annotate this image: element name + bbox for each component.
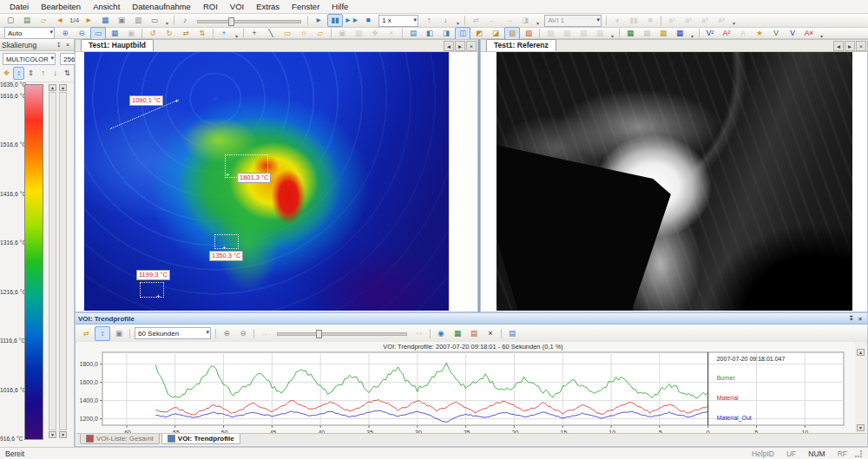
- scroll-down-icon[interactable]: ▼: [857, 424, 865, 431]
- scale-mode-combo[interactable]: Auto: [4, 27, 55, 39]
- record-stop-icon[interactable]: ■: [642, 14, 658, 27]
- step-down-icon[interactable]: ↓: [437, 14, 453, 27]
- roi-stat2-icon[interactable]: ▥: [559, 27, 575, 40]
- close-icon[interactable]: ×: [856, 314, 865, 323]
- open-folder-icon[interactable]: ▱: [36, 14, 51, 27]
- auto-range-icon[interactable]: ↕: [13, 67, 24, 80]
- range-down-icon[interactable]: ↓: [49, 67, 61, 80]
- tab-referenz[interactable]: Test1: Referenz: [486, 39, 556, 51]
- alarm-a4-icon[interactable]: aª: [713, 14, 729, 27]
- trend-tab-voi-liste[interactable]: VOI-Liste: Gesamt: [80, 434, 160, 444]
- delete-roi-icon[interactable]: ×: [384, 27, 399, 40]
- toolbar-overflow-icon[interactable]: ▾: [608, 28, 616, 39]
- autoscale-y-icon[interactable]: ↕: [95, 326, 110, 341]
- scroll-up-icon[interactable]: ▲: [857, 349, 865, 356]
- zoom-out-icon[interactable]: ⊖: [74, 27, 89, 40]
- temperature-annotation[interactable]: 1199,3 °C: [136, 270, 170, 280]
- scale-min-up-arrow-icon[interactable]: ▲: [59, 84, 67, 91]
- roi-stat4-icon[interactable]: ▥: [592, 27, 608, 40]
- next-image-icon[interactable]: ►: [81, 14, 96, 27]
- thermal-image[interactable]: +1090,1 °C+1601,3 °C+1350,3 °C+1199,3 °C: [84, 52, 449, 311]
- alarm-a1-icon[interactable]: a¹: [664, 14, 680, 27]
- rotate-right-icon[interactable]: ↻: [161, 27, 177, 40]
- prev-marker-icon[interactable]: ←: [484, 14, 500, 27]
- fast-forward-icon[interactable]: ►►: [344, 14, 359, 27]
- menu-hilfe[interactable]: Hilfe: [326, 0, 354, 13]
- voi-create-icon[interactable]: V²: [702, 27, 718, 40]
- scale-max-slider[interactable]: [49, 92, 56, 430]
- roi-stat3-icon[interactable]: ▥: [575, 27, 591, 40]
- tab-scroll-right-icon[interactable]: ►: [455, 41, 465, 51]
- tab-hauptbild[interactable]: Test1: Hauptbild: [81, 39, 154, 51]
- print-icon[interactable]: ▭: [147, 14, 162, 27]
- roi-lock-icon[interactable]: ◫: [455, 27, 470, 40]
- roi-color-icon[interactable]: ◪: [488, 27, 503, 40]
- voi-edit-icon[interactable]: A: [735, 27, 751, 40]
- roi-stat1-icon[interactable]: ▥: [542, 27, 558, 40]
- export-image-icon[interactable]: ▥: [130, 14, 146, 27]
- next-marker-icon[interactable]: →: [501, 14, 516, 27]
- print-chart-icon[interactable]: ▤: [504, 326, 520, 341]
- roi-apply-icon[interactable]: ▧: [521, 27, 536, 40]
- tab-scroll-right-icon[interactable]: ►: [845, 41, 855, 51]
- scale-max-down-arrow-icon[interactable]: ▼: [49, 431, 56, 438]
- copy-image-icon[interactable]: ▣: [114, 14, 129, 27]
- toolbar-overflow-icon[interactable]: ▾: [454, 15, 462, 26]
- open-report-icon[interactable]: ▤: [19, 14, 35, 27]
- menu-voi[interactable]: VOI: [224, 0, 250, 13]
- chart-zoom-out-icon[interactable]: ⊖: [235, 326, 251, 341]
- voi-trend-icon[interactable]: V: [785, 27, 800, 40]
- roi-export-icon[interactable]: ◨: [438, 27, 454, 40]
- palette-combo[interactable]: MULTICOLOR: [3, 53, 56, 65]
- zoom-in-icon[interactable]: ⊕: [57, 27, 73, 40]
- pause-icon[interactable]: ▮▮: [327, 14, 343, 27]
- export-table-icon[interactable]: ▤: [466, 326, 482, 341]
- chart-pan-icon[interactable]: ↔: [257, 326, 273, 341]
- avi-combo[interactable]: AVI 1: [544, 15, 602, 27]
- roi-list-icon[interactable]: ▤: [405, 27, 421, 40]
- link-views-icon[interactable]: ⇄: [468, 14, 483, 27]
- save-icon[interactable]: ▦: [97, 14, 113, 27]
- paste-roi-icon[interactable]: ▥: [351, 27, 366, 40]
- menu-datei[interactable]: Datei: [3, 0, 35, 13]
- original-size-icon[interactable]: ▦: [107, 27, 122, 40]
- polygon-roi-icon[interactable]: ▱: [312, 27, 328, 40]
- scale-min-slider[interactable]: [59, 92, 67, 430]
- menu-ansicht[interactable]: Ansicht: [87, 0, 126, 13]
- volume-slider[interactable]: [197, 17, 301, 24]
- tab-close-icon[interactable]: ×: [466, 41, 477, 51]
- move-roi-icon[interactable]: ✥: [367, 27, 383, 40]
- speaker-icon[interactable]: ♪: [177, 14, 193, 27]
- pin-icon[interactable]: ↧: [847, 314, 856, 323]
- prev-image-icon[interactable]: ◄: [52, 14, 68, 27]
- flip-horizontal-icon[interactable]: ⇄: [178, 27, 194, 40]
- toolbar-overflow-icon[interactable]: ▾: [534, 15, 542, 26]
- temperature-annotation[interactable]: 1090,1 °C: [129, 95, 163, 106]
- play-icon[interactable]: ►: [311, 14, 326, 27]
- toolbar-overflow-icon[interactable]: ▾: [688, 28, 696, 39]
- toolbar-overflow-icon[interactable]: ▾: [163, 15, 171, 26]
- export-excel-icon[interactable]: ▦: [450, 326, 465, 341]
- voi-delete-icon[interactable]: A×: [801, 27, 817, 40]
- voi-analyze-icon[interactable]: A²: [719, 27, 734, 40]
- toolbar-overflow-icon[interactable]: ▾: [818, 28, 825, 39]
- snapshot-icon[interactable]: ◨: [517, 14, 533, 27]
- zoom-reset-icon[interactable]: ▣: [111, 326, 127, 341]
- goto-end-icon[interactable]: ↦: [411, 326, 427, 341]
- step-up-icon[interactable]: ↑: [421, 14, 437, 27]
- stop-icon[interactable]: ■: [360, 14, 376, 27]
- tab-scroll-left-icon[interactable]: ◄: [833, 41, 844, 51]
- toolbar-overflow-icon[interactable]: ▾: [730, 15, 738, 26]
- speed-combo[interactable]: 1 x: [378, 15, 418, 27]
- manual-range-icon[interactable]: ⇕: [25, 67, 36, 80]
- toolbar-overflow-icon[interactable]: ▾: [233, 28, 240, 39]
- chart-scrollbar[interactable]: ▲ ▼: [855, 342, 866, 439]
- fullscreen-icon[interactable]: ▣: [123, 27, 139, 40]
- grid-green-icon[interactable]: ▦: [622, 27, 638, 40]
- scale-min-down-arrow-icon[interactable]: ▼: [59, 431, 67, 438]
- roi-import-icon[interactable]: ◧: [422, 27, 437, 40]
- clear-chart-icon[interactable]: ×: [483, 326, 498, 341]
- interval-combo[interactable]: 60 Sekunden: [135, 327, 211, 339]
- show-legend-icon[interactable]: ◉: [433, 326, 449, 341]
- matrix-icon[interactable]: ▦: [672, 27, 687, 40]
